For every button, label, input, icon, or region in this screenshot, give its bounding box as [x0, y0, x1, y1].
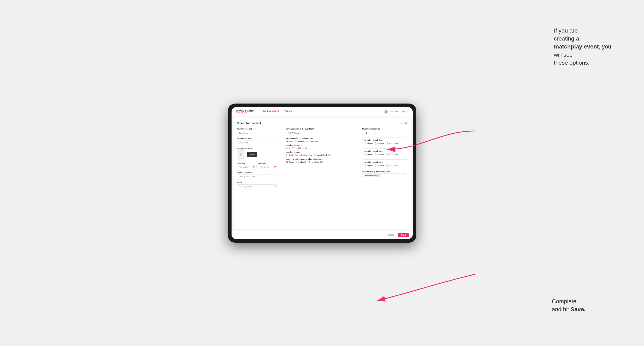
start-date-label: Start date	[237, 162, 246, 164]
venue-input[interactable]	[237, 184, 278, 189]
tournament-logo-label: Tournament logo	[237, 148, 278, 150]
calendar-icon-end: 📅	[274, 166, 276, 168]
divider-mid-right	[358, 128, 358, 225]
rounds-1[interactable]: 1	[286, 147, 290, 149]
teams-individuals[interactable]: Individuals Only	[308, 161, 324, 163]
round2-foursomes[interactable]: Foursomes	[386, 154, 398, 156]
round3-singles-radio[interactable]	[364, 165, 366, 167]
api-dropdown-icon: ▾	[404, 174, 406, 176]
teams-teams[interactable]: Teams (+Individuals)	[286, 161, 306, 163]
gender-mens[interactable]: Mens	[286, 140, 294, 142]
top-nav: SCOREBOARD Powered by clippit TOURNAMENT…	[232, 107, 413, 116]
round1-singles-label: Singles	[367, 142, 373, 145]
tournament-name-input[interactable]	[237, 141, 278, 145]
tournament-host-input[interactable]	[237, 131, 278, 135]
round3-singles[interactable]: Singles	[364, 165, 373, 167]
scoring-match[interactable]: Match Play	[300, 154, 312, 156]
round2-section: Round 2 - Match Type Singles Fourball	[362, 148, 407, 157]
round3-foursomes[interactable]: Foursomes	[386, 165, 398, 167]
back-label: Back	[403, 122, 407, 124]
rounds-group: Number of rounds 1 2	[286, 144, 354, 149]
nav-tabs: TOURNAMENTS TEAMS	[260, 107, 295, 116]
round3-title: Round 3 - Match Type	[364, 161, 406, 163]
gender-mens-radio[interactable]	[286, 140, 288, 142]
gender-womens-label: Womens	[298, 140, 305, 142]
gender-label: Which gender is the event for?	[286, 137, 354, 139]
form-col-right: Maximum Team Size Round 1 - Match Type S…	[362, 128, 407, 225]
max-team-size-input[interactable]	[362, 131, 374, 135]
max-team-size-label: Maximum Team Size	[362, 128, 407, 130]
upload-button[interactable]: Upload	[247, 152, 258, 157]
tablet-screen: SCOREBOARD Powered by clippit TOURNAMENT…	[232, 107, 413, 239]
gender-combined[interactable]: Combined	[307, 140, 318, 142]
scoring-stroke-radio[interactable]	[286, 154, 288, 156]
scoring-stroke[interactable]: Stroke Play	[286, 154, 298, 156]
round3-foursomes-radio[interactable]	[386, 165, 388, 167]
teams-individuals-radio[interactable]	[308, 161, 310, 163]
save-button[interactable]: Save	[398, 233, 409, 237]
rounds-2[interactable]: 2	[292, 147, 296, 149]
tournament-logo-group: Tournament logo Upload	[237, 148, 278, 159]
teams-individuals-label: Individuals Only	[310, 161, 324, 163]
cancel-button[interactable]: Cancel	[385, 233, 396, 237]
rounds-1-radio[interactable]	[286, 147, 288, 149]
start-date-input[interactable]: Pick a date 📅	[237, 165, 256, 169]
bottom-bar: Cancel Save	[232, 231, 413, 239]
gender-womens-radio[interactable]	[296, 140, 298, 142]
round2-singles[interactable]: Singles	[364, 154, 373, 156]
round2-fourball-radio[interactable]	[375, 154, 377, 156]
tab-tournaments[interactable]: TOURNAMENTS	[260, 107, 282, 116]
sponsor-input[interactable]	[237, 174, 278, 179]
tab-teams[interactable]: TEAMS	[282, 107, 295, 116]
tournament-host-group: Tournament Host	[237, 128, 278, 135]
scoring-match-radio[interactable]	[300, 154, 302, 156]
api-tag-value: Leaderboard King	[365, 175, 378, 176]
rounds-4[interactable]: 4	[304, 147, 307, 149]
round2-radio-group: Singles Fourball Foursomes	[364, 154, 406, 156]
api-group: Use third-party live scoring API? Leader…	[362, 171, 407, 178]
round3-singles-label: Singles	[367, 165, 373, 167]
round1-foursomes-radio[interactable]	[386, 142, 388, 145]
round3-fourball[interactable]: Fourball	[375, 165, 384, 167]
api-select-wrapper[interactable]: Leaderboard King × ▾	[362, 173, 407, 178]
back-link[interactable]: ‹ Back	[401, 122, 407, 124]
round1-singles-radio[interactable]	[364, 142, 366, 145]
logo-sub: Powered by clippit	[236, 112, 254, 113]
round1-foursomes[interactable]: Foursomes	[386, 142, 398, 145]
round1-fourball[interactable]: Fourball	[375, 142, 384, 145]
rounds-3-radio[interactable]	[298, 147, 300, 149]
round2-singles-radio[interactable]	[364, 154, 366, 156]
teams-teams-radio[interactable]	[286, 161, 288, 163]
rounds-1-label: 1	[289, 147, 290, 149]
round2-fourball[interactable]: Fourball	[375, 154, 384, 156]
rounds-2-radio[interactable]	[292, 147, 294, 149]
rounds-4-radio[interactable]	[304, 147, 306, 149]
rounds-label: Number of rounds	[286, 144, 354, 146]
gender-womens[interactable]: Womens	[296, 140, 305, 142]
round2-fourball-label: Fourball	[378, 154, 384, 156]
round1-fourball-label: Fourball	[378, 142, 384, 145]
avatar: 👤	[384, 109, 388, 114]
tablet-shell: SCOREBOARD Powered by clippit TOURNAMENT…	[228, 104, 416, 243]
form-header: Create Tournament ‹ Back	[237, 122, 407, 125]
rounds-3[interactable]: 3	[298, 147, 302, 149]
rounds-4-label: 4	[306, 147, 307, 149]
division-select[interactable]: NCAA Division I	[286, 131, 354, 135]
gender-combined-radio[interactable]	[307, 140, 310, 142]
api-tag-remove[interactable]: ×	[379, 175, 380, 176]
scoring-medal-radio[interactable]	[314, 154, 316, 156]
sign-out-link[interactable]: Sign out	[402, 111, 408, 113]
teams-teams-label: Teams (+Individuals)	[289, 161, 306, 163]
gender-group: Which gender is the event for? Mens Wome…	[286, 137, 354, 142]
division-select-wrapper: NCAA Division I	[286, 131, 354, 135]
round3-fourball-radio[interactable]	[375, 165, 377, 167]
round2-foursomes-radio[interactable]	[386, 154, 388, 156]
round3-section: Round 3 - Match Type Singles Fourball	[362, 159, 407, 169]
round1-fourball-radio[interactable]	[375, 142, 377, 145]
end-date-input[interactable]: Pick a date 📅	[258, 165, 278, 169]
nav-right: 👤 Test User | Sign out	[384, 109, 408, 114]
scoring-medal[interactable]: Medal Match Play	[314, 154, 332, 156]
round1-singles[interactable]: Singles	[364, 142, 373, 145]
sponsor-label: Sponsor (optional)	[237, 172, 278, 174]
rounds-3-label: 3	[300, 147, 302, 149]
